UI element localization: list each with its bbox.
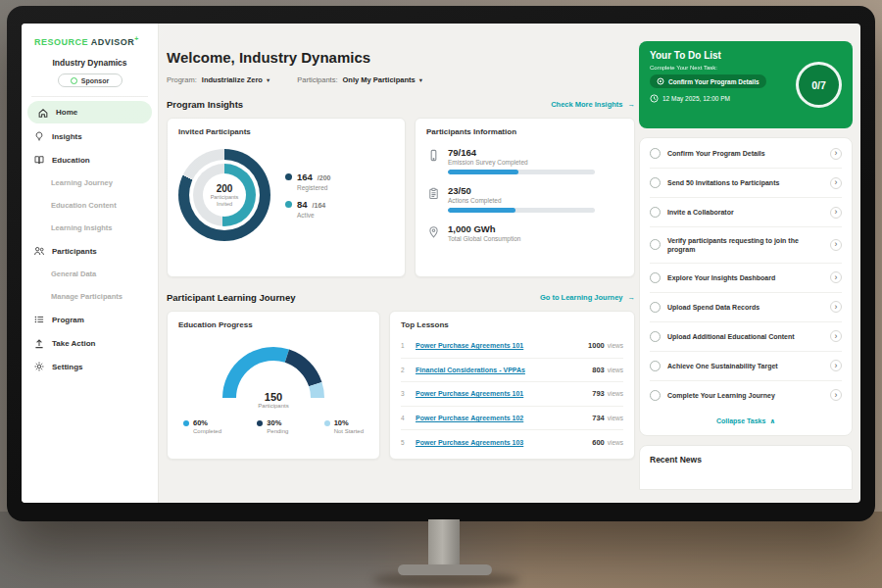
task-checkbox[interactable]	[650, 207, 661, 218]
collapse-tasks-button[interactable]: Collapse Tasks ∧	[650, 410, 842, 434]
lesson-link[interactable]: Power Purchase Agreements 101	[416, 342, 581, 349]
chevron-right-icon[interactable]: ›	[830, 389, 842, 401]
lesson-link[interactable]: Power Purchase Agreements 102	[416, 415, 585, 421]
device-icon	[426, 149, 440, 162]
chevron-right-icon[interactable]: ›	[830, 177, 842, 189]
task-row[interactable]: Upload Spend Data Records ›	[650, 293, 842, 322]
task-row[interactable]: Confirm Your Program Details ›	[650, 139, 842, 169]
go-to-learning-journey-link[interactable]: Go to Learning Journey →	[540, 293, 635, 302]
sponsor-badge[interactable]: Sponsor	[58, 74, 122, 87]
task-checkbox[interactable]	[650, 148, 661, 159]
task-checkbox[interactable]	[650, 272, 661, 283]
lesson-link[interactable]: Financial Considerations - VPPAs	[416, 367, 585, 373]
sidebar-item-label: Settings	[52, 363, 83, 371]
check-more-insights-link[interactable]: Check More Insights →	[551, 100, 635, 109]
next-task-pill[interactable]: Confirm Your Program Details	[650, 74, 766, 88]
task-row[interactable]: Verify participants requesting to join t…	[650, 227, 842, 264]
sidebar-item-participants[interactable]: Participants	[22, 239, 158, 263]
chevron-right-icon[interactable]: ›	[830, 207, 842, 219]
sidebar-item-learning-journey[interactable]: Learning Journey	[22, 172, 158, 194]
lesson-row: 1 Power Purchase Agreements 101 1000view…	[401, 334, 623, 359]
sidebar-item-insights[interactable]: Insights	[22, 124, 158, 148]
section-title-program-insights: Program Insights	[167, 99, 243, 110]
org-name: Industry Dynamics	[22, 58, 158, 68]
scene: RESOURCE ADVISOR+ Industry Dynamics Spon…	[0, 0, 882, 588]
chevron-right-icon[interactable]: ›	[830, 301, 842, 313]
lesson-link[interactable]: Power Purchase Agreements 103	[416, 439, 585, 446]
actions-completed-row: 23/50 Actions Completed	[426, 185, 623, 213]
participants-filter-dropdown[interactable]: Only My Participants ▾	[343, 75, 422, 84]
task-checkbox[interactable]	[650, 361, 661, 371]
program-insights-header: Program Insights Check More Insights →	[167, 99, 635, 110]
recent-news-title: Recent News	[650, 455, 842, 465]
program-filter-dropdown[interactable]: Industrialize Zero ▾	[202, 75, 270, 84]
lesson-link[interactable]: Power Purchase Agreements 101	[416, 390, 585, 397]
todo-panel: Your To Do List Complete Your Next Task:…	[639, 24, 853, 490]
sidebar-item-settings[interactable]: Settings	[22, 355, 158, 378]
active-dot	[285, 201, 292, 208]
sidebar-item-label: Program	[52, 316, 84, 324]
task-row[interactable]: Explore Your Insights Dashboard ›	[650, 264, 842, 293]
section-title-learning-journey: Participant Learning Journey	[167, 292, 295, 303]
learning-journey-header: Participant Learning Journey Go to Learn…	[167, 292, 635, 303]
not-started-dot	[324, 420, 330, 426]
invited-participants-card: Invited Participants 200 Participants In…	[167, 118, 406, 277]
sidebar-item-general-data[interactable]: General Data	[22, 263, 158, 285]
logo-plus: +	[134, 35, 139, 42]
task-row[interactable]: Send 50 Invitations to Participants ›	[650, 169, 842, 198]
sidebar-divider	[31, 96, 148, 97]
chevron-right-icon[interactable]: ›	[830, 330, 842, 342]
legend-registered: 164 /200 Registered	[285, 172, 330, 191]
task-row[interactable]: Achieve One Sustainability Target ›	[650, 352, 842, 381]
todo-progress-badge: 0/7	[796, 62, 842, 108]
task-row[interactable]: Invite a Collaborator ›	[650, 198, 842, 227]
book-icon	[32, 154, 45, 166]
chevron-right-icon[interactable]: ›	[830, 271, 842, 283]
participants-information-card: Participants Information 79/164 Emission…	[415, 118, 635, 277]
sidebar-item-label: Learning Insights	[51, 223, 113, 232]
sidebar-item-program[interactable]: Program	[22, 308, 158, 331]
sidebar-item-manage-participants[interactable]: Manage Participants	[22, 285, 158, 308]
sidebar-item-learning-insights[interactable]: Learning Insights	[22, 217, 158, 239]
todo-task-list: Confirm Your Program Details › Send 50 I…	[639, 137, 853, 436]
people-icon	[32, 245, 45, 257]
insights-cards-row: Invited Participants 200 Participants In…	[167, 118, 635, 277]
todo-title: Your To Do List	[650, 50, 842, 61]
todo-summary-card: Your To Do List Complete Your Next Task:…	[639, 41, 853, 128]
task-checkbox[interactable]	[650, 302, 661, 313]
checklist-icon	[426, 187, 440, 200]
task-checkbox[interactable]	[650, 239, 661, 250]
lightbulb-icon	[32, 130, 45, 142]
emission-survey-row: 79/164 Emission Survey Completed	[426, 147, 623, 174]
upload-icon	[32, 337, 45, 349]
chevron-down-icon: ▾	[419, 76, 422, 84]
task-row[interactable]: Complete Your Learning Journey ›	[650, 381, 842, 410]
task-checkbox[interactable]	[650, 390, 661, 401]
task-row[interactable]: Upload Additional Educational Content ›	[650, 322, 842, 352]
monitor-stand-neck	[428, 519, 460, 568]
sidebar-item-home[interactable]: Home	[27, 101, 152, 123]
task-checkbox[interactable]	[650, 177, 661, 188]
lesson-row: 3 Power Purchase Agreements 101 793views	[401, 382, 623, 407]
sidebar-item-label: Learning Journey	[51, 178, 113, 187]
registered-dot	[285, 173, 292, 180]
sidebar-item-education-content[interactable]: Education Content	[22, 194, 158, 217]
lessons-list: 1 Power Purchase Agreements 101 1000view…	[401, 334, 623, 455]
chevron-right-icon[interactable]: ›	[830, 360, 842, 371]
sidebar-item-education[interactable]: Education	[22, 148, 158, 172]
lesson-row: 4 Power Purchase Agreements 102 734views	[401, 407, 623, 431]
sidebar: RESOURCE ADVISOR+ Industry Dynamics Spon…	[22, 24, 159, 503]
sidebar-item-label: General Data	[51, 270, 96, 278]
chevron-right-icon[interactable]: ›	[830, 239, 842, 251]
consumption-row: 1,000 GWh Total Global Consumption	[426, 223, 623, 242]
participants-filter-label: Participants:	[297, 75, 337, 84]
actions-progress-track	[448, 208, 595, 213]
participants-information-title: Participants Information	[426, 127, 623, 136]
sidebar-item-take-action[interactable]: Take Action	[22, 331, 158, 355]
info-progress-fill-0	[448, 170, 518, 174]
emission-progress-track	[448, 170, 595, 174]
chevron-right-icon[interactable]: ›	[830, 148, 842, 160]
sponsor-badge-label: Sponsor	[81, 77, 109, 84]
invited-legend: 164 /200 Registered 84 /164	[285, 164, 330, 226]
task-checkbox[interactable]	[650, 331, 661, 342]
